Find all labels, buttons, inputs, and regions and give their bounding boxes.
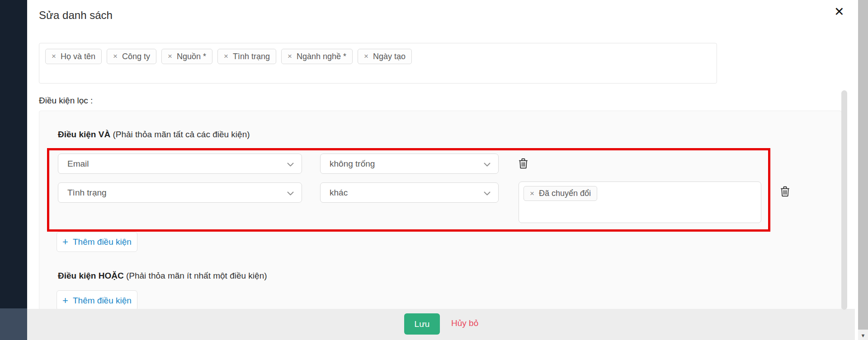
page-scrollbar-thumb[interactable]: [858, 0, 868, 330]
app-sidebar: [0, 0, 27, 340]
chevron-down-icon: [484, 159, 491, 169]
delete-condition-icon[interactable]: [519, 158, 528, 169]
value-chip[interactable]: × Đã chuyển đổi: [524, 186, 597, 201]
remove-chip-icon[interactable]: ×: [530, 189, 534, 198]
condition-values-box[interactable]: × Đã chuyển đổi: [519, 182, 761, 223]
field-chip-label: Ngành nghề *: [297, 52, 346, 61]
app-sidebar-footer: [0, 308, 27, 340]
chevron-down-icon: [287, 188, 294, 198]
chevron-down-icon: [484, 188, 491, 198]
save-button[interactable]: Lưu: [404, 313, 440, 335]
plus-icon: +: [62, 296, 68, 306]
and-group-title-bold: Điều kiện VÀ: [58, 130, 110, 139]
field-chip[interactable]: × Công ty: [107, 49, 156, 64]
field-chip-label: Nguồn *: [177, 52, 206, 61]
field-chip[interactable]: × Nguồn *: [161, 49, 212, 64]
condition-operator-select[interactable]: khác: [320, 182, 499, 203]
condition-field-select[interactable]: Tình trạng: [58, 182, 302, 203]
page-title: Sửa danh sách: [39, 9, 113, 22]
and-group-title: Điều kiện VÀ (Phải thỏa mãn tất cả các đ…: [58, 130, 250, 140]
remove-chip-icon[interactable]: ×: [113, 52, 118, 61]
filter-section-label: Điều kiện lọc :: [39, 96, 93, 106]
field-chip-label: Công ty: [122, 52, 150, 61]
remove-chip-icon[interactable]: ×: [224, 52, 228, 61]
add-and-condition-button[interactable]: + Thêm điều kiện: [57, 232, 137, 252]
modal-footer: Lưu Hủy bỏ: [27, 309, 855, 340]
or-group-subtitle: (Phải thỏa mãn ít nhất một điều kiện): [126, 271, 267, 280]
delete-condition-icon[interactable]: [780, 186, 790, 197]
plus-icon: +: [62, 237, 68, 247]
remove-chip-icon[interactable]: ×: [364, 52, 368, 61]
condition-field-value: Email: [67, 159, 89, 169]
field-chip[interactable]: × Ngày tạo: [358, 49, 412, 64]
field-chip[interactable]: × Ngành nghề *: [281, 49, 353, 64]
modal-scrollbar[interactable]: [841, 90, 847, 310]
condition-operator-select[interactable]: không trống: [320, 154, 499, 174]
or-group-title-bold: Điều kiện HOẶC: [58, 271, 124, 280]
add-condition-label: Thêm điều kiện: [73, 296, 132, 306]
page-scrollbar[interactable]: ▼: [858, 0, 868, 340]
field-chip-label: Họ và tên: [61, 52, 95, 61]
remove-chip-icon[interactable]: ×: [168, 52, 172, 61]
field-chip[interactable]: × Tình trạng: [217, 49, 276, 64]
add-condition-label: Thêm điều kiện: [73, 237, 132, 247]
add-or-condition-button[interactable]: + Thêm điều kiện: [57, 290, 137, 311]
condition-field-select[interactable]: Email: [58, 154, 302, 174]
condition-operator-value: không trống: [330, 159, 375, 169]
value-chip-label: Đã chuyển đổi: [539, 189, 591, 198]
condition-field-value: Tình trạng: [67, 188, 107, 198]
cancel-button[interactable]: Hủy bỏ: [451, 318, 478, 328]
remove-chip-icon[interactable]: ×: [52, 52, 56, 61]
selected-fields-box[interactable]: × Họ và tên × Công ty × Nguồn * × Tình t…: [39, 43, 717, 84]
and-group-subtitle: (Phải thỏa mãn tất cả các điều kiện): [113, 130, 250, 139]
or-group-title: Điều kiện HOẶC (Phải thỏa mãn ít nhất mộ…: [58, 271, 267, 281]
field-chip[interactable]: × Họ và tên: [45, 49, 102, 64]
field-chip-label: Ngày tạo: [373, 52, 406, 61]
scroll-down-arrow-icon[interactable]: ▼: [858, 333, 868, 338]
remove-chip-icon[interactable]: ×: [288, 52, 292, 61]
close-icon[interactable]: ✕: [834, 5, 844, 19]
condition-operator-value: khác: [330, 188, 348, 198]
field-chip-label: Tình trạng: [233, 52, 270, 61]
chevron-down-icon: [287, 159, 294, 169]
